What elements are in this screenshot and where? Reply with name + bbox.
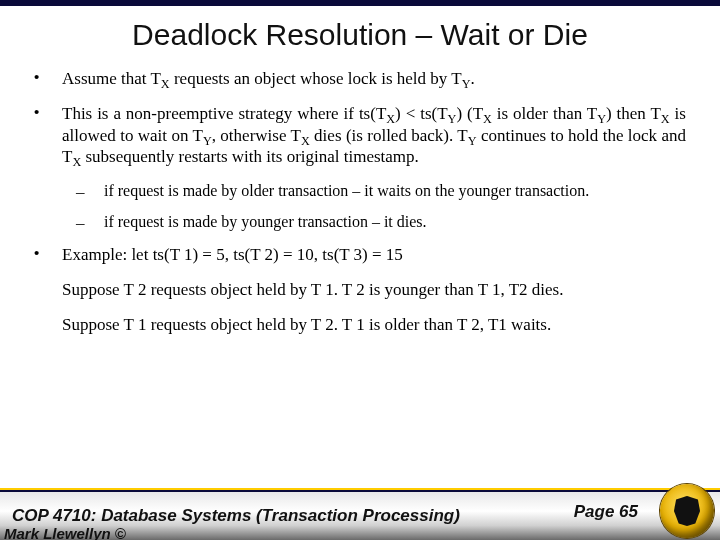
subscript: X: [161, 77, 170, 91]
sub-bullet-item: – if request is made by younger transact…: [76, 212, 686, 233]
text-run: .: [470, 69, 474, 88]
bullet-marker: •: [34, 244, 62, 265]
sub-bullet-marker: –: [76, 181, 104, 202]
bullet-text: Assume that TX requests an object whose …: [62, 68, 686, 89]
text-run: is older than T: [492, 104, 597, 123]
sub-bullet-item: – if request is made by older transactio…: [76, 181, 686, 202]
text-run: , otherwise T: [212, 126, 301, 145]
slide-footer: COP 4710: Database Systems (Transaction …: [0, 490, 720, 540]
author-label: Mark Llewellyn ©: [4, 525, 126, 540]
subscript: Y: [468, 134, 477, 148]
sub-bullet-text: if request is made by younger transactio…: [104, 212, 686, 233]
text-run: ) (T: [456, 104, 483, 123]
bullet-item: • Assume that TX requests an object whos…: [34, 68, 686, 89]
bullet-item: • This is a non-preemptive strategy wher…: [34, 103, 686, 167]
example-line: Suppose T 1 requests object held by T 2.…: [62, 314, 686, 335]
slide-title: Deadlock Resolution – Wait or Die: [0, 18, 720, 52]
ucf-logo-icon: [660, 484, 714, 538]
text-run: subsequently restarts with its original …: [81, 147, 419, 166]
text-run: dies (is rolled back). T: [310, 126, 468, 145]
example-line: Suppose T 2 requests object held by T 1.…: [62, 279, 686, 300]
bullet-text: Example: let ts(T 1) = 5, ts(T 2) = 10, …: [62, 244, 686, 265]
top-accent-bar: [0, 0, 720, 6]
subscript: X: [72, 155, 81, 169]
footer-bar: COP 4710: Database Systems (Transaction …: [0, 490, 720, 540]
sub-bullet-marker: –: [76, 212, 104, 233]
bullet-marker: •: [34, 68, 62, 89]
slide: Deadlock Resolution – Wait or Die • Assu…: [0, 0, 720, 540]
slide-content: • Assume that TX requests an object whos…: [0, 68, 720, 335]
text-run: This is a non-preemptive strategy where …: [62, 104, 386, 123]
text-run: requests an object whose lock is held by…: [170, 69, 462, 88]
text-run: ) then T: [606, 104, 661, 123]
bullet-marker: •: [34, 103, 62, 167]
page-number: Page 65: [574, 502, 638, 522]
course-label: COP 4710: Database Systems (Transaction …: [12, 506, 574, 526]
text-run: Assume that T: [62, 69, 161, 88]
bullet-item: • Example: let ts(T 1) = 5, ts(T 2) = 10…: [34, 244, 686, 265]
text-run: ) < ts(T: [395, 104, 447, 123]
logo-glyph: [674, 496, 700, 526]
bullet-text: This is a non-preemptive strategy where …: [62, 103, 686, 167]
sub-bullet-text: if request is made by older transaction …: [104, 181, 686, 202]
